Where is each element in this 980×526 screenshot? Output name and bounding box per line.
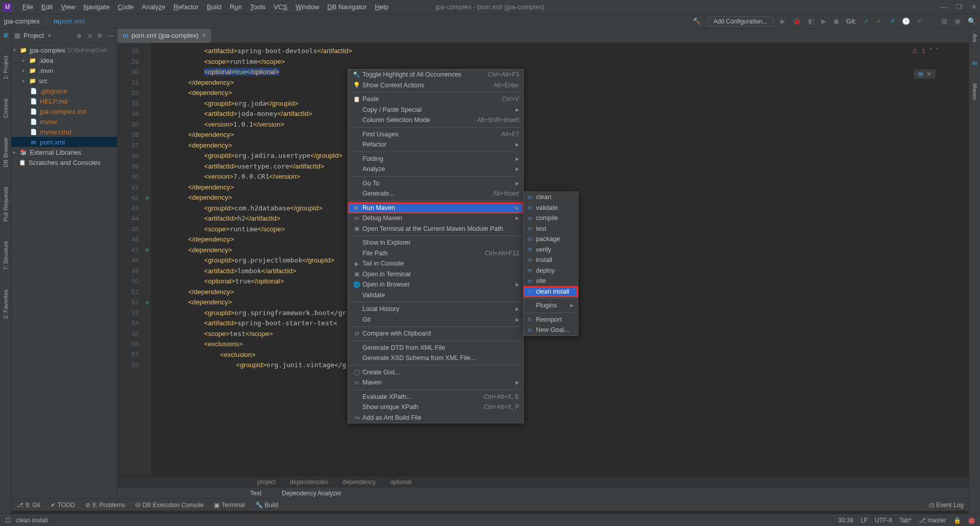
status-encoding[interactable]: UTF-8 bbox=[875, 517, 892, 524]
context-menu-item[interactable]: Generate XSD Schema from XML File... bbox=[348, 353, 523, 364]
submenu-item[interactable]: mtest bbox=[524, 224, 578, 234]
tab-commit[interactable]: Commit bbox=[3, 97, 9, 120]
context-menu-item[interactable]: 🐜Add as Ant Build File bbox=[348, 413, 523, 423]
expand-icon[interactable]: ⇲ bbox=[87, 32, 92, 39]
crumb-file[interactable]: pom.xml bbox=[60, 17, 85, 25]
menu-view[interactable]: View bbox=[57, 3, 79, 11]
build-icon[interactable]: 🔨 bbox=[693, 17, 701, 25]
search-icon[interactable]: 🔍 bbox=[968, 17, 976, 25]
status-branch[interactable]: ⎇ master bbox=[919, 517, 946, 524]
context-menu-item[interactable]: 🔦Toggle Highlight of All OccurrencesCtrl… bbox=[348, 69, 523, 80]
tw-build[interactable]: 🔧 Build bbox=[255, 501, 279, 509]
status-position[interactable]: 30:38 bbox=[838, 517, 853, 524]
submenu-item[interactable]: mclean bbox=[524, 192, 578, 203]
submenu-item[interactable]: mclean install bbox=[524, 286, 578, 297]
maven-notification[interactable]: m ✕ bbox=[914, 69, 936, 79]
crumb[interactable]: dependencies bbox=[288, 479, 330, 486]
context-menu-item[interactable]: Evaluate XPath...Ctrl+Alt+X, E bbox=[348, 392, 523, 402]
tree-file-mvnwcmd[interactable]: 📄mvnw.cmd bbox=[11, 127, 117, 137]
project-tool-icon[interactable]: ▦ bbox=[3, 32, 8, 38]
coverage-icon[interactable]: ◧ bbox=[808, 17, 814, 25]
project-title[interactable]: Project bbox=[23, 32, 44, 39]
context-menu-item[interactable]: ⇄Compare with Clipboard bbox=[348, 328, 523, 339]
context-menu-item[interactable]: Generate...Alt+Insert bbox=[348, 188, 523, 199]
context-menu-item[interactable]: ▶Run Maven▶ bbox=[348, 203, 523, 213]
tree-file-gitignore[interactable]: 📄.gitignore bbox=[11, 86, 117, 96]
tree-file-iml[interactable]: 📄jpa-complex.iml bbox=[11, 106, 117, 116]
crumb[interactable]: dependency bbox=[340, 479, 378, 486]
tab-maven[interactable]: Maven bbox=[972, 81, 978, 102]
status-lock-icon[interactable]: 🔒 bbox=[953, 517, 961, 524]
crumb[interactable]: optional bbox=[388, 479, 413, 486]
rollback-icon[interactable]: ↶ bbox=[917, 17, 923, 25]
context-menu-item[interactable]: ▣Open Terminal at the Current Maven Modu… bbox=[348, 224, 523, 234]
tab-structure[interactable]: 7: Structure bbox=[3, 239, 9, 272]
layout-icon[interactable]: ▣ bbox=[954, 17, 961, 25]
debug-icon[interactable]: 🐞 bbox=[793, 17, 801, 25]
context-menu-item[interactable]: Validate bbox=[348, 290, 523, 301]
select-opened-icon[interactable]: ⊕ bbox=[77, 32, 82, 39]
context-menu-item[interactable]: Show in Explorer bbox=[348, 237, 523, 248]
git-update-icon[interactable]: ✓ bbox=[864, 17, 869, 25]
menu-edit[interactable]: Edit bbox=[37, 3, 57, 11]
close-icon[interactable]: ✕ bbox=[926, 70, 932, 78]
run-icon[interactable]: ▶ bbox=[780, 17, 786, 25]
submenu-item[interactable]: mNew Goal... bbox=[524, 325, 578, 336]
submenu-item[interactable]: ↻Reimport bbox=[524, 315, 578, 325]
submenu-item[interactable]: mdeploy bbox=[524, 266, 578, 276]
profile-icon[interactable]: ▶ bbox=[821, 17, 826, 25]
tw-event-log[interactable]: ◷ Event Log bbox=[929, 501, 964, 509]
tw-problems[interactable]: ⊘ 6: Problems bbox=[85, 501, 125, 509]
submenu-item[interactable]: mcompile bbox=[524, 213, 578, 224]
menu-build[interactable]: Build bbox=[203, 3, 226, 11]
menu-refactor[interactable]: Refactor bbox=[169, 3, 203, 11]
git-commit-icon[interactable]: ✓ bbox=[876, 17, 882, 25]
submenu-item[interactable]: mvalidate bbox=[524, 203, 578, 213]
context-menu-item[interactable]: mDebug Maven▶ bbox=[348, 213, 523, 224]
context-menu-item[interactable]: ◯Create Gist... bbox=[348, 367, 523, 378]
context-menu-item[interactable]: ▣Open in Terminal bbox=[348, 269, 523, 280]
tree-root[interactable]: ▾📁jpa-complexD:\DuFeng\Cod bbox=[11, 45, 117, 55]
close-icon[interactable]: ✕ bbox=[971, 3, 977, 11]
tree-external-libs[interactable]: ▸📚External Libraries bbox=[11, 147, 117, 157]
tab-pull-requests[interactable]: Pull Requests bbox=[3, 185, 9, 224]
status-line-sep[interactable]: LF bbox=[861, 517, 868, 524]
stop-icon[interactable]: ◼ bbox=[834, 17, 839, 25]
menu-vcs[interactable]: VCS bbox=[270, 3, 291, 11]
context-menu-item[interactable]: ▶Tail in Console bbox=[348, 258, 523, 269]
project-view-icon[interactable]: ▦ bbox=[14, 32, 20, 39]
menu-dbnav[interactable]: DB Navigator bbox=[323, 3, 371, 11]
status-indent[interactable]: Tab* bbox=[899, 517, 912, 524]
status-error-icon[interactable]: ⬤ bbox=[968, 517, 975, 524]
submenu-item[interactable]: Plugins▶ bbox=[524, 300, 578, 311]
crumb[interactable]: project bbox=[255, 479, 278, 486]
tab-favorites[interactable]: 2: Favorites bbox=[3, 288, 9, 321]
menu-code[interactable]: Code bbox=[114, 3, 138, 11]
tab-text[interactable]: Text bbox=[240, 490, 272, 497]
tw-todo[interactable]: ✔ TODO bbox=[51, 501, 75, 509]
editor-tab-pom[interactable]: m pom.xml (jpa-complex) ✕ bbox=[117, 29, 211, 43]
menu-tools[interactable]: Tools bbox=[246, 3, 270, 11]
menu-analyze[interactable]: Analyze bbox=[138, 3, 169, 11]
gear-icon[interactable]: ⚙ bbox=[97, 32, 103, 39]
context-menu-item[interactable]: Folding▶ bbox=[348, 154, 523, 164]
tab-dep-analyzer[interactable]: Dependency Analyzer bbox=[272, 490, 352, 497]
context-menu-item[interactable]: Go To▶ bbox=[348, 178, 523, 189]
context-menu-item[interactable]: File PathCtrl+Alt+F12 bbox=[348, 248, 523, 259]
menu-file[interactable]: File bbox=[18, 3, 37, 11]
tw-terminal[interactable]: ▣ Terminal bbox=[214, 501, 244, 509]
git-push-icon[interactable]: ↗ bbox=[889, 17, 895, 25]
context-menu-item[interactable]: Analyze▶ bbox=[348, 164, 523, 175]
tree-folder-idea[interactable]: ▸📁.idea bbox=[11, 55, 117, 65]
context-menu-item[interactable]: Copy / Paste Special▶ bbox=[348, 105, 523, 115]
context-menu-item[interactable]: Refactor▶ bbox=[348, 139, 523, 150]
tree-scratches[interactable]: 📋Scratches and Consoles bbox=[11, 157, 117, 168]
dropdown-icon[interactable]: ▼ bbox=[47, 33, 52, 38]
context-menu-item[interactable]: 📋PasteCtrl+V bbox=[348, 94, 523, 105]
context-menu-item[interactable]: Show unique XPathCtrl+Alt+X, P bbox=[348, 402, 523, 413]
crumb-project[interactable]: jpa-complex bbox=[4, 17, 43, 25]
tw-git[interactable]: ⎇ 9: Git bbox=[16, 501, 40, 509]
tab-db-browser[interactable]: DB Browser bbox=[3, 135, 9, 170]
context-menu-item[interactable]: Column Selection ModeAlt+Shift+Insert bbox=[348, 115, 523, 126]
tree-file-pom[interactable]: mpom.xml bbox=[11, 137, 117, 147]
